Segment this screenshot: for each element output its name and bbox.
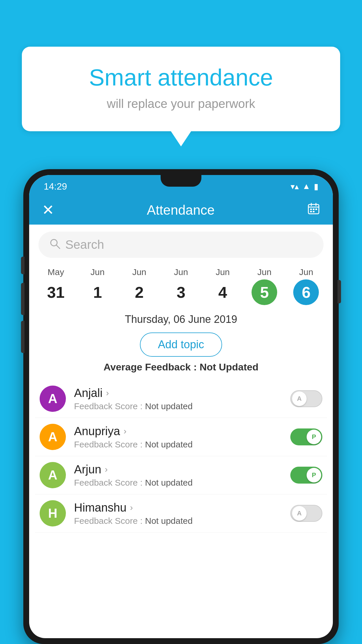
feedback-score-0: Feedback Score : Not updated [74, 401, 290, 411]
date-col-0[interactable]: May31 [43, 267, 69, 305]
toggle-knob-0: A [292, 391, 307, 406]
chevron-right-icon: › [106, 388, 109, 398]
date-num-6: 6 [293, 279, 319, 305]
date-month-0: May [48, 267, 64, 277]
close-button[interactable]: ✕ [42, 202, 54, 218]
student-avatar-0: A [40, 386, 66, 412]
toggle-knob-3: A [292, 506, 307, 521]
add-topic-button[interactable]: Add topic [140, 332, 222, 357]
student-avatar-3: H [40, 500, 66, 526]
student-info-0: Anjali ›Feedback Score : Not updated [74, 386, 290, 411]
date-num-4: 4 [210, 279, 236, 305]
svg-line-10 [56, 245, 60, 249]
app-header: ✕ Attendance [29, 195, 333, 225]
date-num-2: 2 [126, 279, 152, 305]
date-col-4[interactable]: Jun4 [210, 267, 236, 305]
date-num-1: 1 [85, 279, 110, 305]
app-title: Attendance [147, 202, 215, 218]
attendance-toggle-3[interactable]: A [290, 505, 322, 522]
speech-bubble-container: Smart attendance will replace your paper… [22, 47, 340, 131]
signal-icon: ▲ [302, 182, 310, 191]
speech-bubble: Smart attendance will replace your paper… [22, 47, 340, 131]
status-icons: ▾▴ ▲ ▮ [291, 182, 318, 191]
attendance-toggle-0[interactable]: A [290, 390, 322, 407]
avg-feedback-value: Not Updated [200, 361, 259, 372]
student-name-0: Anjali › [74, 386, 290, 400]
date-month-3: Jun [174, 267, 188, 277]
svg-rect-6 [315, 209, 317, 210]
date-num-0: 31 [43, 279, 69, 305]
wifi-icon: ▾▴ [291, 182, 299, 191]
avg-feedback: Average Feedback : Not Updated [29, 361, 333, 373]
chevron-right-icon: › [124, 426, 126, 436]
student-list: AAnjali ›Feedback Score : Not updatedAAA… [29, 380, 333, 533]
student-avatar-1: A [40, 424, 66, 450]
toggle-knob-1: P [307, 430, 321, 444]
calendar-icon[interactable] [307, 202, 320, 218]
attendance-toggle-2[interactable]: P [290, 467, 322, 484]
speech-title: Smart attendance [45, 64, 317, 91]
attendance-toggle-1[interactable]: P [290, 428, 322, 445]
date-col-5[interactable]: Jun5 [252, 267, 277, 305]
date-month-5: Jun [257, 267, 271, 277]
student-name-2: Arjun › [74, 463, 290, 476]
date-month-1: Jun [91, 267, 105, 277]
date-col-6[interactable]: Jun6 [293, 267, 319, 305]
search-input-placeholder: Search [65, 238, 104, 252]
date-col-3[interactable]: Jun3 [168, 267, 194, 305]
student-avatar-2: A [40, 462, 66, 488]
status-time: 14:29 [44, 181, 67, 192]
search-bar[interactable]: Search [38, 232, 324, 258]
student-row-2[interactable]: AArjun ›Feedback Score : Not updatedP [35, 456, 327, 494]
mute-button [21, 257, 24, 274]
svg-rect-8 [313, 211, 314, 212]
date-num-5: 5 [252, 279, 277, 305]
volume-up-button [21, 283, 24, 315]
date-col-2[interactable]: Jun2 [126, 267, 152, 305]
student-row-1[interactable]: AAnupriya ›Feedback Score : Not updatedP [35, 418, 327, 456]
search-icon [49, 238, 61, 252]
student-row-0[interactable]: AAnjali ›Feedback Score : Not updatedA [35, 380, 327, 418]
phone-screen: 14:29 ▾▴ ▲ ▮ ✕ Attendance [29, 175, 333, 638]
student-row-3[interactable]: HHimanshu ›Feedback Score : Not updatedA [35, 494, 327, 533]
date-month-2: Jun [132, 267, 146, 277]
svg-rect-5 [313, 209, 314, 210]
power-button [338, 280, 341, 303]
date-col-1[interactable]: Jun1 [85, 267, 110, 305]
date-strip: May31Jun1Jun2Jun3Jun4Jun5Jun6 [29, 262, 333, 305]
volume-down-button [21, 321, 24, 353]
student-name-1: Anupriya › [74, 425, 290, 438]
phone-notch [161, 175, 201, 187]
chevron-right-icon: › [130, 503, 133, 512]
toggle-knob-2: P [307, 468, 321, 482]
date-month-4: Jun [216, 267, 230, 277]
avg-feedback-label: Average Feedback : [103, 361, 197, 372]
date-month-6: Jun [299, 267, 313, 277]
svg-rect-4 [310, 209, 312, 210]
speech-subtitle: will replace your paperwork [45, 97, 317, 111]
student-info-3: Himanshu ›Feedback Score : Not updated [74, 501, 290, 526]
battery-icon: ▮ [314, 182, 318, 191]
feedback-score-3: Feedback Score : Not updated [74, 516, 290, 526]
svg-rect-7 [310, 211, 312, 212]
student-info-2: Arjun ›Feedback Score : Not updated [74, 463, 290, 488]
student-name-3: Himanshu › [74, 501, 290, 514]
selected-date-label: Thursday, 06 June 2019 [29, 313, 333, 326]
chevron-right-icon: › [105, 464, 108, 474]
feedback-score-1: Feedback Score : Not updated [74, 440, 290, 449]
student-info-1: Anupriya ›Feedback Score : Not updated [74, 425, 290, 449]
feedback-score-2: Feedback Score : Not updated [74, 478, 290, 488]
date-num-3: 3 [168, 279, 194, 305]
phone-frame: 14:29 ▾▴ ▲ ▮ ✕ Attendance [23, 169, 339, 644]
